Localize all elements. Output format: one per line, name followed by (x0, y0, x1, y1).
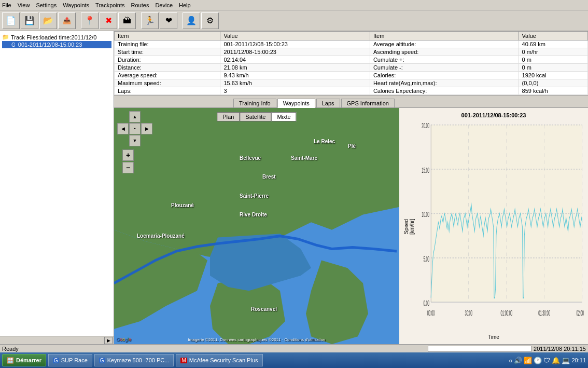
right-panel: Item Value Item Value Training file:001-… (114, 31, 588, 344)
table-cell-label: Start time: (115, 48, 220, 56)
tray-icon-7: 💻 (562, 357, 570, 364)
tree-item[interactable]: G 001-2011/12/08-15:00:23 (2, 41, 111, 48)
start-label: Démarrer (16, 357, 41, 363)
status-scrollbar[interactable] (428, 346, 531, 352)
menu-help[interactable]: Help (179, 2, 191, 8)
table-cell-value: 40.69 km (519, 40, 587, 48)
table-cell-label: Average altitude: (370, 40, 519, 48)
terrain-button[interactable]: 🏔 (118, 12, 136, 29)
sup-icon: G (53, 358, 59, 363)
table-cell-value: 2011/12/08-15:00:23 (220, 48, 370, 56)
map-svg (114, 108, 399, 344)
svg-text:15.00: 15.00 (422, 165, 429, 174)
taskbar-sup-race[interactable]: G SUP Race (48, 354, 92, 366)
svg-text:02:00:00: 02:00:00 (576, 308, 584, 317)
menu-file[interactable]: File (2, 2, 11, 8)
menu-device[interactable]: Device (155, 2, 173, 8)
table-cell-value: 21.08 km (220, 64, 370, 72)
col-value2: Value (519, 32, 587, 40)
tab-waypoints[interactable]: Waypoints (277, 99, 315, 108)
view-satellite-button[interactable]: Satellite (240, 112, 271, 121)
menubar: File View Settings Waypoints Trackpoints… (0, 0, 588, 10)
keymaze-icon: G (99, 358, 105, 363)
table-cell-label: Cumulate -: (370, 64, 519, 72)
info-table-container: Item Value Item Value Training file:001-… (114, 31, 588, 96)
statusbar: Ready 2011/12/08 20:11:15 (0, 344, 588, 352)
scroll-right-arrow[interactable]: ▶ (104, 337, 113, 344)
taskbar-keymaze[interactable]: G Keymaze 500 -700 PC... (94, 354, 174, 366)
tree-folder[interactable]: 📁 Track Files:loaded time:2011/12/0 (2, 33, 111, 41)
toolbar: 📄 💾 📂 📤 📍 ✖ 🏔 🏃 ❤ 👤 ⚙ (0, 10, 588, 31)
zoom-out-button[interactable]: − (122, 162, 134, 173)
tab-laps[interactable]: Laps (316, 99, 340, 107)
taskbar-mcafee[interactable]: M McAfee Security Scan Plus (176, 354, 262, 366)
taskbar: 🪟 Démarrer G SUP Race G Keymaze 500 -700… (0, 352, 588, 368)
nav-down-button[interactable]: ▼ (129, 135, 141, 146)
save-button[interactable]: 💾 (21, 12, 38, 29)
map-container: Brest Plouzané Locmaria-Plouzané Saint-P… (114, 108, 399, 344)
tab-gps-information[interactable]: GPS Information (341, 99, 395, 107)
table-cell-value: 15.63 km/h (220, 79, 370, 87)
table-cell-label: Maximum speed: (115, 79, 220, 87)
nav-up-button[interactable]: ▲ (129, 111, 141, 122)
tray-icon-2: 🔊 (514, 357, 522, 364)
zoom-in-button[interactable]: + (122, 149, 134, 161)
settings-button[interactable]: ⚙ (201, 12, 219, 29)
svg-text:5.00: 5.00 (424, 254, 429, 263)
map-attribution: Imagerie ©2011, Données cartographiques … (114, 337, 399, 342)
tray-icon-6: 🔔 (552, 357, 560, 364)
nav-left-button[interactable]: ◀ (117, 123, 129, 134)
svg-text:00:00: 00:00 (427, 308, 435, 317)
bottom-area: Brest Plouzané Locmaria-Plouzané Saint-P… (114, 108, 588, 344)
heart-button[interactable]: ❤ (160, 12, 177, 29)
table-cell-value: 02:14:04 (220, 56, 370, 64)
menu-routes[interactable]: Routes (131, 2, 149, 8)
new-button[interactable]: 📄 (2, 12, 20, 29)
map-nav: ▲ ◀ • ▶ ▼ (117, 111, 152, 146)
tray-icon-4: 🕐 (534, 357, 542, 364)
open-button[interactable]: 📂 (39, 12, 57, 29)
tree-area: 📁 Track Files:loaded time:2011/12/0 G 00… (0, 31, 114, 336)
table-row: Start time:2011/12/08-15:00:23Ascending … (115, 48, 588, 56)
table-cell-value: 9.43 km/h (220, 72, 370, 79)
map-placeholder: Brest Plouzané Locmaria-Plouzané Saint-P… (114, 108, 399, 344)
sup-label: SUP Race (61, 357, 88, 363)
person-button[interactable]: 👤 (183, 12, 200, 29)
tab-training-info[interactable]: Training Info (233, 99, 276, 107)
view-buttons: Plan Satellite Mixte (217, 112, 296, 121)
track-icon: G (10, 42, 17, 48)
nav-right-button[interactable]: ▶ (141, 123, 152, 134)
table-cell-value: 0 m/hr (519, 48, 587, 56)
menu-trackpoints[interactable]: Trackpoints (95, 2, 124, 8)
run-button[interactable]: 🏃 (141, 12, 159, 29)
windows-icon: 🪟 (7, 357, 14, 364)
view-mixte-button[interactable]: Mixte (271, 112, 296, 121)
tray-icon-5: 🛡 (543, 357, 550, 364)
remove-button[interactable]: ✖ (100, 12, 117, 29)
menu-view[interactable]: View (18, 2, 30, 8)
tray-icon-1: « (509, 357, 512, 364)
mcafee-label: McAfee Security Scan Plus (189, 357, 258, 363)
menu-waypoints[interactable]: Waypoints (63, 2, 89, 8)
view-plan-button[interactable]: Plan (217, 112, 240, 121)
x-axis-label: Time (403, 334, 584, 340)
start-button[interactable]: 🪟 Démarrer (2, 354, 46, 366)
waypoint-button[interactable]: 📍 (81, 12, 99, 29)
menu-settings[interactable]: Settings (36, 2, 57, 8)
main-area: 📁 Track Files:loaded time:2011/12/0 G 00… (0, 31, 588, 344)
nav-center-button[interactable]: • (129, 123, 141, 134)
table-cell-label: Calories Expectancy: (370, 87, 519, 95)
table-cell-value: 859 kcal/h (519, 87, 587, 95)
mcafee-icon: M (180, 358, 187, 363)
table-cell-label: Training file: (115, 40, 220, 48)
svg-text:01:30:00: 01:30:00 (538, 308, 550, 317)
folder-icon: 📁 (2, 34, 9, 40)
status-datetime: 2011/12/08 20:11:15 (534, 346, 586, 352)
status-text: Ready (2, 346, 426, 352)
table-cell-label: Heart rate(Avg,min,max): (370, 79, 519, 87)
y-axis-label: Speed[km/hr] (403, 120, 415, 333)
table-row: Laps:3Calories Expectancy:859 kcal/h (115, 87, 588, 95)
keymaze-label: Keymaze 500 -700 PC... (107, 357, 170, 363)
info-table-body: Training file:001-2011/12/08-15:00:23Ave… (115, 40, 588, 95)
export-button[interactable]: 📤 (58, 12, 76, 29)
